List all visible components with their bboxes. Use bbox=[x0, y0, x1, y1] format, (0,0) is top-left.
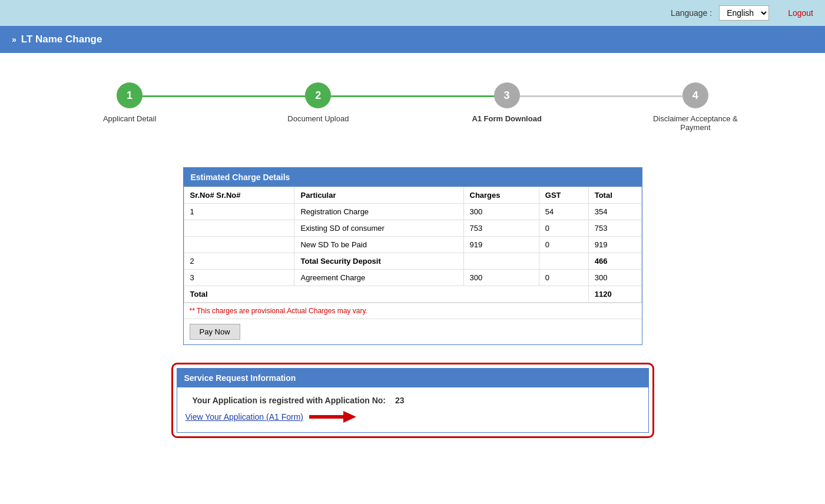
cell-charges: 753 bbox=[463, 220, 539, 237]
view-application-link[interactable]: View Your Application (A1 Form) bbox=[185, 412, 304, 422]
cell-particular: Agreement Charge bbox=[294, 270, 463, 286]
table-row: Existing SD of consumer 753 0 753 bbox=[184, 220, 641, 237]
cell-charges: 300 bbox=[463, 270, 539, 286]
charges-table: Sr.No# Sr.No# Particular Charges GST Tot… bbox=[184, 187, 642, 303]
cell-sr bbox=[184, 220, 294, 237]
step-1: 1 Applicant Detail bbox=[35, 82, 224, 123]
charges-table-box: Estimated Charge Details Sr.No# Sr.No# P… bbox=[183, 167, 642, 345]
step-circle-3: 3 bbox=[494, 82, 520, 108]
cell-sr bbox=[184, 237, 294, 253]
cell-total: 466 bbox=[588, 253, 641, 270]
application-info: Your Application is registred with Appli… bbox=[185, 396, 640, 405]
total-value: 1120 bbox=[588, 286, 641, 303]
top-bar: Language : EnglishHindiMarathi Logout bbox=[0, 0, 825, 26]
header-bar: » LT Name Change bbox=[0, 26, 825, 53]
col-gst: GST bbox=[539, 187, 588, 204]
cell-total: 354 bbox=[588, 204, 641, 220]
table-row: New SD To be Paid 919 0 919 bbox=[184, 237, 641, 253]
cell-particular: Registration Charge bbox=[294, 204, 463, 220]
col-total: Total bbox=[588, 187, 641, 204]
service-request-header: Service Request Information bbox=[177, 369, 648, 387]
cell-sr: 3 bbox=[184, 270, 294, 286]
step-label-4: Disclaimer Acceptance & Payment bbox=[648, 114, 743, 132]
red-arrow-icon bbox=[309, 410, 356, 424]
page-title: LT Name Change bbox=[21, 34, 102, 45]
cell-gst: 54 bbox=[539, 204, 588, 220]
service-request-wrapper: Service Request Information Your Applica… bbox=[171, 363, 654, 438]
table-row: 3 Agreement Charge 300 0 300 bbox=[184, 270, 641, 286]
pay-now-button[interactable]: Pay Now bbox=[190, 324, 240, 340]
step-circle-1: 1 bbox=[117, 82, 143, 108]
step-3: 3 A1 Form Download bbox=[413, 82, 601, 123]
app-number: 23 bbox=[395, 396, 405, 405]
step-circle-2: 2 bbox=[305, 82, 331, 108]
cell-total: 919 bbox=[588, 237, 641, 253]
total-label: Total bbox=[184, 286, 588, 303]
step-4: 4 Disclaimer Acceptance & Payment bbox=[601, 82, 790, 132]
cell-gst: 0 bbox=[539, 220, 588, 237]
cell-particular: New SD To be Paid bbox=[294, 237, 463, 253]
step-label-2: Document Upload bbox=[287, 114, 349, 123]
cell-gst: 0 bbox=[539, 270, 588, 286]
charges-note: ** This charges are provisional.Actual C… bbox=[184, 303, 642, 319]
col-srno: Sr.No# Sr.No# bbox=[184, 187, 294, 204]
cell-charges bbox=[463, 253, 539, 270]
step-circle-4: 4 bbox=[682, 82, 708, 108]
table-row: 2 Total Security Deposit 466 bbox=[184, 253, 641, 270]
cell-gst bbox=[539, 253, 588, 270]
cell-sr: 2 bbox=[184, 253, 294, 270]
charges-table-header: Estimated Charge Details bbox=[184, 168, 642, 187]
step-label-1: Applicant Detail bbox=[103, 114, 156, 123]
step-label-3: A1 Form Download bbox=[472, 114, 541, 123]
service-request-body: Your Application is registred with Appli… bbox=[177, 387, 648, 432]
col-charges: Charges bbox=[463, 187, 539, 204]
cell-particular: Total Security Deposit bbox=[294, 253, 463, 270]
language-select[interactable]: EnglishHindiMarathi bbox=[719, 5, 769, 21]
estimated-charges-section: Estimated Charge Details Sr.No# Sr.No# P… bbox=[183, 167, 642, 345]
col-particular: Particular bbox=[294, 187, 463, 204]
pay-now-row: Pay Now bbox=[184, 319, 642, 344]
cell-particular: Existing SD of consumer bbox=[294, 220, 463, 237]
main-content: 1 Applicant Detail 2 Document Upload 3 A… bbox=[0, 53, 825, 504]
language-label: Language : bbox=[671, 8, 712, 18]
cell-charges: 300 bbox=[463, 204, 539, 220]
service-request-box: Service Request Information Your Applica… bbox=[177, 368, 649, 433]
table-row: 1 Registration Charge 300 54 354 bbox=[184, 204, 641, 220]
header-arrows: » bbox=[12, 35, 16, 44]
app-label: Your Application is registred with Appli… bbox=[193, 396, 386, 405]
cell-sr: 1 bbox=[184, 204, 294, 220]
cell-total: 300 bbox=[588, 270, 641, 286]
view-link-row: View Your Application (A1 Form) bbox=[185, 410, 640, 424]
stepper: 1 Applicant Detail 2 Document Upload 3 A… bbox=[35, 77, 790, 138]
cell-total: 753 bbox=[588, 220, 641, 237]
step-2: 2 Document Upload bbox=[224, 82, 412, 123]
total-row: Total 1120 bbox=[184, 286, 641, 303]
logout-link[interactable]: Logout bbox=[788, 8, 813, 18]
cell-gst: 0 bbox=[539, 237, 588, 253]
cell-charges: 919 bbox=[463, 237, 539, 253]
